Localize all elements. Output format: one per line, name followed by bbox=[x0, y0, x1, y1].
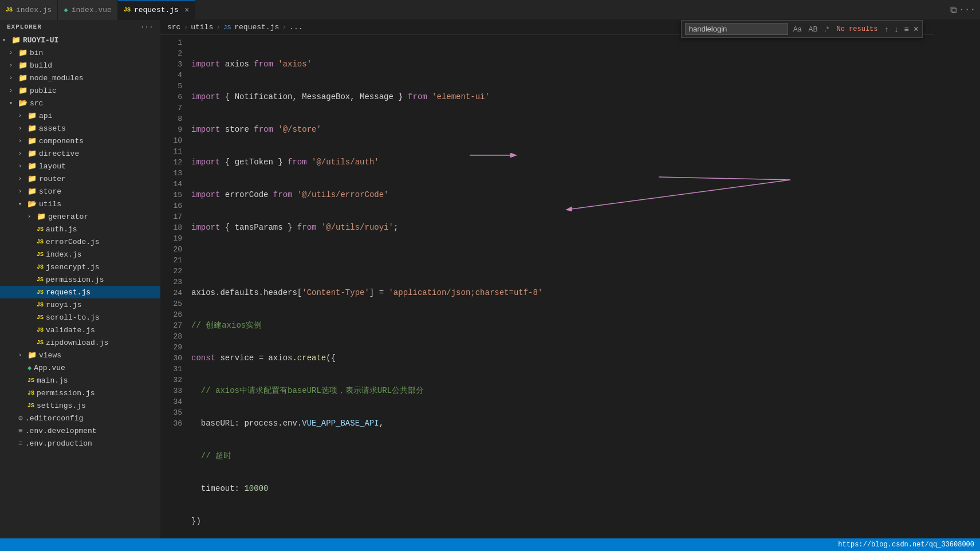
match-word-button[interactable]: AB bbox=[805, 23, 820, 35]
sidebar-item-layout[interactable]: › 📁 layout bbox=[0, 160, 160, 172]
item-label: .editorconfig bbox=[25, 414, 83, 423]
item-label: assets bbox=[39, 124, 66, 133]
sidebar-item-main-js[interactable]: › JS main.js bbox=[0, 374, 160, 387]
sidebar-item-views[interactable]: › 📁 views bbox=[0, 349, 160, 361]
sidebar-item-directive[interactable]: › 📁 directive bbox=[0, 147, 160, 160]
match-case-button[interactable]: Aa bbox=[790, 23, 805, 35]
sidebar-title: Explorer bbox=[7, 23, 42, 30]
sidebar-item-zipdownload-js[interactable]: › JS zipdownload.js bbox=[0, 336, 160, 349]
sidebar-item-settings-js[interactable]: › JS settings.js bbox=[0, 399, 160, 412]
js-file-icon: JS bbox=[37, 226, 44, 233]
folder-arrow: ▾ bbox=[9, 100, 18, 107]
sidebar-item-ruoyi-js[interactable]: › JS ruoyi.js bbox=[0, 298, 160, 311]
tab-index-vue[interactable]: ◆ index.vue bbox=[58, 0, 117, 20]
js-file-icon: JS bbox=[27, 390, 34, 396]
sidebar-item-errorcode-js[interactable]: › JS errorCode.js bbox=[0, 235, 160, 248]
item-label: .env.production bbox=[25, 439, 92, 448]
code-line-9: // 创建axios实例 bbox=[191, 320, 934, 331]
find-next-button[interactable]: ↓ bbox=[892, 23, 900, 35]
item-label: errorCode.js bbox=[46, 238, 100, 246]
sidebar-item-generator[interactable]: › 📁 generator bbox=[0, 210, 160, 223]
sidebar-item-index-js[interactable]: › JS index.js bbox=[0, 248, 160, 261]
find-prev-button[interactable]: ↑ bbox=[882, 23, 891, 35]
breadcrumb-ellipsis: ... bbox=[289, 23, 302, 32]
folder-arrow: › bbox=[18, 352, 27, 359]
folder-icon: 📁 bbox=[18, 73, 27, 82]
tab-request-js[interactable]: JS request.js × bbox=[118, 0, 195, 20]
item-label: build bbox=[30, 61, 52, 70]
sidebar-item-root[interactable]: ▾ 📁 RUOYI-UI bbox=[0, 34, 160, 46]
sidebar-item-env-dev[interactable]: › ≡ .env.development bbox=[0, 424, 160, 437]
sidebar-item-validate-js[interactable]: › JS validate.js bbox=[0, 324, 160, 336]
item-label: public bbox=[30, 86, 57, 95]
sidebar-item-jsencrypt-js[interactable]: › JS jsencrypt.js bbox=[0, 261, 160, 273]
more-icon[interactable]: ··· bbox=[140, 23, 154, 30]
folder-icon: 📁 bbox=[18, 86, 27, 95]
folder-arrow: › bbox=[9, 62, 18, 69]
js-file-icon: JS bbox=[37, 340, 44, 346]
split-editor-icon[interactable]: ⧉ bbox=[950, 5, 957, 15]
sidebar-item-api[interactable]: › 📁 api bbox=[0, 109, 160, 122]
sidebar-item-utils[interactable]: ▾ 📂 utils bbox=[0, 198, 160, 210]
js-file-icon: JS bbox=[37, 251, 44, 258]
breadcrumb-src: src bbox=[167, 23, 180, 32]
vue-icon: ◆ bbox=[64, 6, 68, 14]
item-label: zipdownload.js bbox=[46, 339, 108, 347]
sidebar-item-app-vue[interactable]: › ◆ App.vue bbox=[0, 361, 160, 374]
sidebar-item-env-prod[interactable]: › ≡ .env.production bbox=[0, 437, 160, 450]
code-line-1: import axios from 'axios' bbox=[191, 59, 934, 70]
sidebar-item-auth-js[interactable]: › JS auth.js bbox=[0, 223, 160, 235]
close-tab-button[interactable]: × bbox=[184, 6, 189, 15]
find-widget: Aa AB .* No results ↑ ↓ ≡ × bbox=[681, 20, 923, 38]
js-icon: JS bbox=[6, 7, 13, 13]
tab-index-js[interactable]: JS index.js bbox=[0, 0, 58, 20]
editor-area: src › utils › JS request.js › ... Aa AB … bbox=[160, 20, 934, 538]
find-options: Aa AB .* bbox=[790, 23, 832, 35]
sidebar-item-src[interactable]: ▾ 📂 src bbox=[0, 97, 160, 109]
sidebar: Explorer ··· ▾ 📁 RUOYI-UI › 📁 bin bbox=[0, 20, 160, 538]
sidebar-item-node-modules[interactable]: › 📁 node_modules bbox=[0, 72, 160, 84]
sidebar-item-request-js[interactable]: › JS request.js bbox=[0, 286, 160, 298]
sidebar-item-permission-js[interactable]: › JS permission.js bbox=[0, 273, 160, 286]
code-container[interactable]: 1 2 3 4 5 6 7 8 9 10 11 12 13 14 bbox=[160, 35, 934, 538]
folder-arrow: › bbox=[18, 138, 27, 144]
find-more-button[interactable]: ≡ bbox=[902, 23, 911, 35]
sidebar-item-public[interactable]: › 📁 public bbox=[0, 84, 160, 97]
item-label: node_modules bbox=[30, 74, 84, 82]
find-close-button[interactable]: × bbox=[914, 24, 919, 34]
minimap-canvas bbox=[934, 20, 980, 536]
find-input[interactable] bbox=[685, 23, 788, 35]
code-line-6: import { tansParams } from '@/utils/ruoy… bbox=[191, 222, 934, 233]
folder-arrow: › bbox=[18, 113, 27, 119]
tab-bar: JS index.js ◆ index.vue JS request.js × … bbox=[0, 0, 980, 20]
code-line-5: import errorCode from '@/utils/errorCode… bbox=[191, 190, 934, 200]
more-actions-icon[interactable]: ··· bbox=[959, 5, 975, 15]
item-label: views bbox=[39, 351, 61, 360]
sidebar-item-router[interactable]: › 📁 router bbox=[0, 172, 160, 185]
folder-icon: 📁 bbox=[18, 48, 27, 57]
breadcrumb-sep: › bbox=[282, 23, 286, 32]
breadcrumb-filename: request.js bbox=[234, 23, 279, 32]
sidebar-item-bin[interactable]: › 📁 bin bbox=[0, 46, 160, 59]
item-label: App.vue bbox=[34, 364, 65, 372]
sidebar-item-editorconfig[interactable]: › ⚙ .editorconfig bbox=[0, 412, 160, 424]
folder-icon: 📁 bbox=[27, 187, 37, 196]
code-line-12: baseURL: process.env.VUE_APP_BASE_API, bbox=[191, 418, 934, 429]
sidebar-item-build[interactable]: › 📁 build bbox=[0, 59, 160, 72]
regex-button[interactable]: .* bbox=[821, 23, 832, 35]
sidebar-item-assets[interactable]: › 📁 assets bbox=[0, 122, 160, 135]
item-label: index.js bbox=[46, 250, 81, 259]
code-line-11: // axios中请求配置有baseURL选项，表示请求URL公共部分 bbox=[191, 385, 934, 396]
code-line-2: import { Notification, MessageBox, Messa… bbox=[191, 92, 934, 103]
sidebar-item-scroll-to-js[interactable]: › JS scroll-to.js bbox=[0, 311, 160, 324]
sidebar-item-permission-js2[interactable]: › JS permission.js bbox=[0, 387, 160, 399]
code-line-15: }) bbox=[191, 516, 934, 527]
sidebar-item-components[interactable]: › 📁 components bbox=[0, 135, 160, 147]
folder-icon: 📂 bbox=[18, 99, 27, 108]
env-file-icon: ≡ bbox=[18, 427, 23, 435]
sidebar-item-store[interactable]: › 📁 store bbox=[0, 185, 160, 198]
item-label: scroll-to.js bbox=[46, 313, 100, 322]
folder-arrow: › bbox=[18, 151, 27, 157]
folder-arrow: › bbox=[27, 214, 37, 220]
code-lines: import axios from 'axios' import { Notif… bbox=[189, 37, 934, 538]
